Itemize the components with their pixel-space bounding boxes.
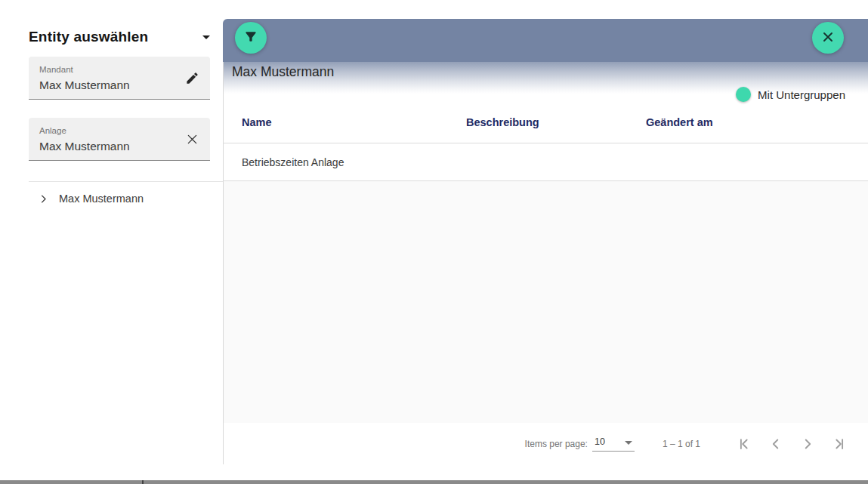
select-caret-icon	[625, 441, 632, 445]
filter-icon	[243, 29, 258, 47]
sidebar-divider	[29, 181, 223, 182]
entity-dialog: Max Mustermann Mit Untergruppen Name Bes…	[223, 19, 868, 464]
table-header-row: Name Beschreibung Geändert am	[223, 102, 868, 143]
column-header-beschreibung: Beschreibung	[466, 116, 646, 128]
items-per-page-label: Items per page:	[525, 439, 588, 449]
sidebar-title: Entity auswählen	[29, 29, 148, 45]
last-page-icon	[831, 436, 848, 452]
paginator-nav	[734, 434, 849, 454]
tree-item-label: Max Mustermann	[59, 193, 144, 205]
edit-icon[interactable]	[182, 68, 202, 88]
filter-button[interactable]	[235, 22, 267, 54]
mandant-field-value: Max Mustermann	[39, 79, 201, 92]
subgroups-toggle-label: Mit Untergruppen	[758, 88, 845, 101]
mandant-field-label: Mandant	[39, 65, 201, 75]
subgroups-toggle[interactable]	[724, 89, 749, 100]
previous-page-button[interactable]	[766, 434, 786, 454]
anlage-field-label: Anlage	[39, 126, 201, 136]
sidebar-header: Entity auswählen	[29, 27, 210, 47]
first-page-button[interactable]	[734, 434, 754, 454]
window-bottom-scrollbar[interactable]	[0, 480, 868, 484]
dialog-title: Max Mustermann	[232, 64, 334, 80]
clear-icon[interactable]	[182, 129, 202, 149]
anlage-field-value: Max Mustermann	[39, 140, 201, 153]
chevron-right-icon[interactable]	[38, 193, 50, 205]
table-row[interactable]: Betriebszeiten Anlage	[223, 143, 868, 181]
chevron-left-icon	[768, 436, 784, 452]
close-button[interactable]	[812, 22, 844, 54]
chevron-right-icon	[799, 436, 816, 452]
column-header-geaendert-am: Geändert am	[646, 116, 868, 128]
last-page-button[interactable]	[829, 434, 849, 454]
tree-item-max-mustermann[interactable]: Max Mustermann	[29, 188, 210, 209]
mandant-field[interactable]: Mandant Max Mustermann	[29, 57, 210, 100]
paginator: Items per page: 10 1 – 1 of 1	[224, 423, 868, 464]
items-per-page-value: 10	[595, 436, 605, 447]
anlage-field[interactable]: Anlage Max Mustermann	[29, 118, 210, 161]
column-header-name: Name	[223, 116, 466, 128]
toggle-knob[interactable]	[736, 87, 751, 102]
entity-sidebar: Entity auswählen Mandant Max Mustermann …	[0, 0, 223, 464]
chevron-down-icon[interactable]	[202, 35, 210, 39]
table-empty-area	[224, 181, 868, 423]
items-per-page-select[interactable]: 10	[592, 436, 635, 452]
scrollbar-tick	[142, 480, 144, 484]
close-icon	[820, 29, 836, 47]
first-page-icon	[736, 436, 752, 452]
dialog-header-bar	[223, 19, 868, 62]
paginator-range-label: 1 – 1 of 1	[663, 439, 700, 449]
cell-name: Betriebszeiten Anlage	[223, 156, 466, 168]
next-page-button[interactable]	[798, 434, 817, 454]
